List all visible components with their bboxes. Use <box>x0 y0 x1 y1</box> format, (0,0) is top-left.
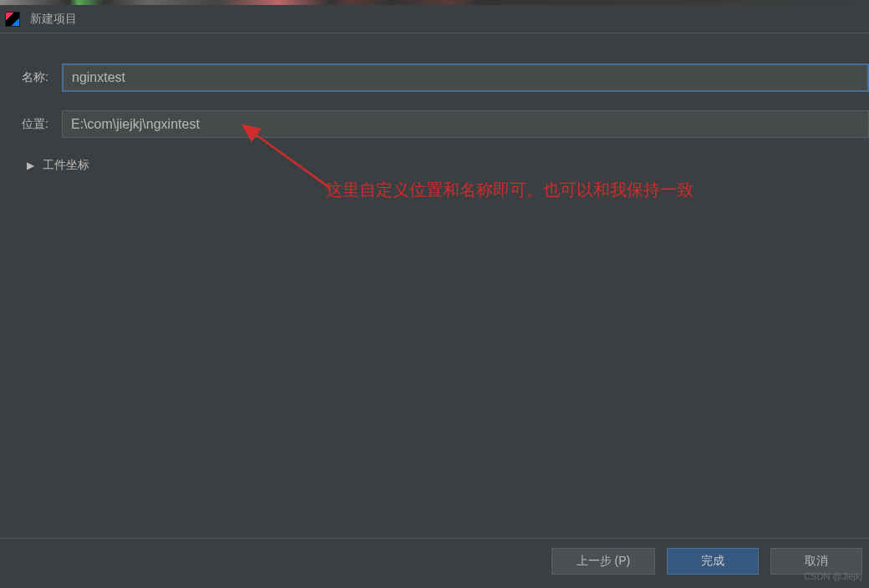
location-input[interactable] <box>62 110 869 138</box>
previous-button[interactable]: 上一步 (P) <box>551 548 655 575</box>
watermark: CSDN @Jiejkj <box>804 571 862 581</box>
artifact-coordinates-toggle[interactable]: ▶ 工件坐标 <box>27 158 869 173</box>
name-row: 名称: <box>22 63 869 92</box>
cancel-button[interactable]: 取消 <box>770 548 862 575</box>
dialog-footer: 上一步 (P) 完成 取消 <box>0 538 869 583</box>
titlebar: 新建项目 <box>0 5 869 33</box>
intellij-icon <box>5 12 20 27</box>
chevron-right-icon: ▶ <box>27 160 34 171</box>
name-label: 名称: <box>22 70 62 85</box>
name-input[interactable] <box>62 63 869 92</box>
location-row: 位置: <box>22 110 869 138</box>
window-title: 新建项目 <box>30 12 77 27</box>
dialog-body: 名称: 位置: ▶ 工件坐标 <box>0 33 869 538</box>
location-label: 位置: <box>22 117 62 132</box>
artifact-coordinates-label: 工件坐标 <box>43 158 89 173</box>
finish-button[interactable]: 完成 <box>667 548 759 575</box>
annotation-text: 这里自定义位置和名称即可。也可以和我保持一致 <box>326 179 694 201</box>
